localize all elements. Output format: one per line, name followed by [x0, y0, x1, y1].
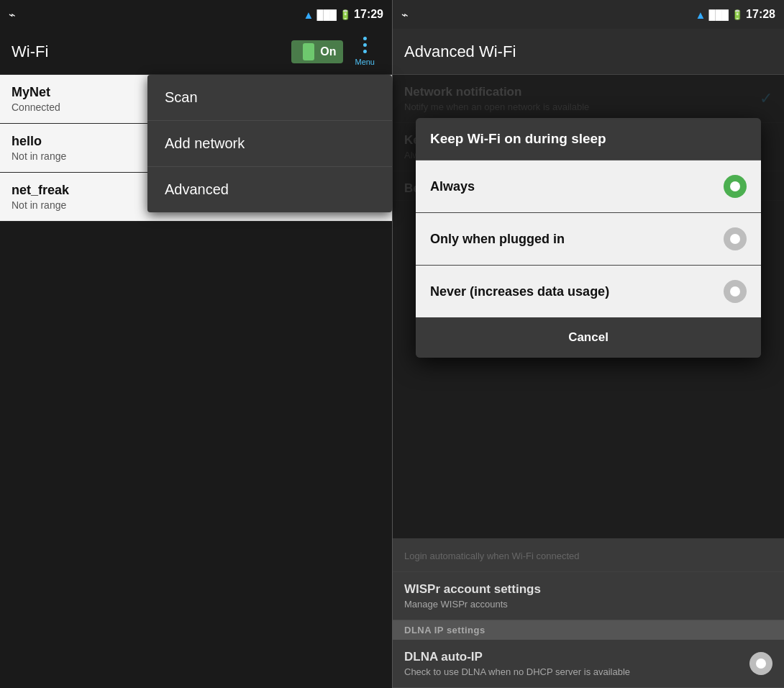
setting-auto-login: Login automatically when Wi-Fi connected	[393, 538, 784, 572]
right-status-time: 17:28	[746, 8, 775, 21]
toggle-on-label: On	[320, 45, 336, 58]
radio-always-inner	[730, 181, 740, 191]
dialog-option-always[interactable]: Always	[416, 160, 761, 213]
left-status-icons-left: ⌁	[9, 8, 16, 22]
dialog-cancel-button[interactable]: Cancel	[416, 317, 761, 358]
right-wifi-icon: ▲	[696, 9, 706, 21]
left-status-icons-right: ▲ ███ 🔋 17:29	[304, 8, 383, 21]
right-app-bar: Advanced Wi-Fi	[393, 29, 784, 75]
right-status-icons-right: ▲ ███ 🔋 17:28	[696, 8, 775, 21]
dlna-divider: DLNA IP settings	[393, 620, 784, 640]
right-status-icons-left: ⌁	[401, 8, 409, 22]
right-battery-icon: 🔋	[731, 9, 743, 20]
menu-button[interactable]: Menu	[349, 31, 380, 72]
setting-wispr[interactable]: WISPr account settings Manage WISPr acco…	[393, 572, 784, 620]
setting-wispr-title: WISPr account settings	[404, 582, 772, 597]
usb-icon: ⌁	[9, 8, 16, 22]
menu-label: Menu	[355, 58, 375, 66]
setting-dlna-auto-ip[interactable]: DLNA auto-IP Check to use DLNA when no D…	[393, 640, 784, 688]
dropdown-item-add-network[interactable]: Add network	[147, 121, 392, 167]
dialog-cancel-label: Cancel	[568, 330, 608, 344]
setting-dlna-subtitle: Check to use DLNA when no DHCP server is…	[404, 666, 630, 677]
setting-dlna-title: DLNA auto-IP	[404, 650, 630, 664]
right-status-bar: ⌁ ▲ ███ 🔋 17:28	[393, 0, 784, 29]
dropdown-item-advanced[interactable]: Advanced	[147, 167, 392, 212]
radio-always[interactable]	[724, 175, 747, 198]
sleep-dialog: Keep Wi-Fi on during sleep Always Only w…	[416, 118, 761, 358]
battery-icon: 🔋	[339, 9, 351, 20]
radio-plugged[interactable]	[724, 227, 747, 250]
dialog-overlay: Keep Wi-Fi on during sleep Always Only w…	[393, 75, 784, 538]
right-app-title: Advanced Wi-Fi	[404, 42, 772, 61]
dialog-option-plugged-label: Only when plugged in	[430, 232, 565, 247]
radio-plugged-inner	[730, 234, 740, 244]
right-panel: ⌁ ▲ ███ 🔋 17:28 Advanced Wi-Fi Network n…	[392, 0, 784, 688]
menu-dot-2	[363, 43, 367, 47]
radio-dlna-inner	[756, 658, 766, 669]
dropdown-menu: Scan Add network Advanced	[147, 75, 392, 212]
left-app-title: Wi-Fi	[12, 42, 291, 61]
right-signal-bars-icon: ███	[708, 9, 729, 20]
left-app-bar: Wi-Fi On Menu	[0, 29, 392, 75]
right-usb-icon: ⌁	[401, 8, 409, 22]
signal-bars-icon: ███	[316, 9, 337, 20]
radio-never[interactable]	[724, 280, 747, 303]
dialog-option-always-label: Always	[430, 179, 475, 194]
wifi-toggle[interactable]: On	[291, 40, 343, 63]
left-status-time: 17:29	[354, 8, 383, 21]
toggle-indicator	[303, 43, 314, 60]
dialog-title: Keep Wi-Fi on during sleep	[416, 118, 761, 160]
left-panel: ⌁ ▲ ███ 🔋 17:29 Wi-Fi On Menu MyNet	[0, 0, 392, 688]
dialog-option-never-label: Never (increases data usage)	[430, 284, 609, 299]
menu-dot-3	[363, 50, 367, 53]
radio-dlna[interactable]	[749, 652, 772, 675]
setting-wispr-subtitle: Manage WISPr accounts	[404, 599, 772, 610]
menu-dot-1	[363, 37, 367, 40]
wifi-signal-icon: ▲	[304, 9, 314, 21]
wifi-list: MyNet Connected hello Not in range net_f…	[0, 75, 392, 688]
dialog-option-never[interactable]: Never (increases data usage)	[416, 266, 761, 317]
setting-dlna-text: DLNA auto-IP Check to use DLNA when no D…	[404, 650, 630, 677]
below-dialog-section: Login automatically when Wi-Fi connected…	[393, 538, 784, 688]
dropdown-item-scan[interactable]: Scan	[147, 75, 392, 121]
dialog-option-plugged[interactable]: Only when plugged in	[416, 213, 761, 266]
left-status-bar: ⌁ ▲ ███ 🔋 17:29	[0, 0, 392, 29]
radio-never-inner	[730, 286, 740, 297]
setting-auto-login-subtitle: Login automatically when Wi-Fi connected	[404, 551, 772, 561]
advanced-content: Network notification Notify me when an o…	[393, 75, 784, 538]
